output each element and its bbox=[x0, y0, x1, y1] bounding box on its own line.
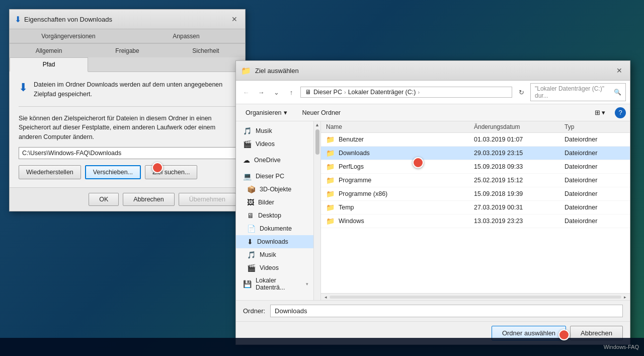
properties-title: Eigenschaften von Downloads bbox=[24, 16, 112, 23]
properties-tabs-row1: Vorgängerversionen Anpassen bbox=[10, 29, 245, 44]
col-name[interactable]: Name bbox=[326, 123, 474, 130]
folder-title-icon: 📁 bbox=[241, 66, 251, 76]
perflogs-folder-icon: 📁 bbox=[326, 163, 335, 171]
scroll-left-icon[interactable]: ◂ bbox=[323, 294, 329, 300]
sidebar-item-lokaler[interactable]: 💾 Lokaler Datenträ... ▾ bbox=[236, 274, 313, 294]
file-row-perflogs[interactable]: 📁 PerfLogs 15.09.2018 09:33 Dateiordner bbox=[321, 160, 630, 174]
help-button[interactable]: ? bbox=[615, 107, 626, 118]
file-row-windows[interactable]: 📁 Windows 13.03.2019 23:23 Dateiordner bbox=[321, 215, 630, 228]
organize-button[interactable]: Organisieren ▾ bbox=[240, 106, 293, 119]
file-row-benutzer[interactable]: 📁 Benutzer 01.03.2019 01:07 Dateiordner bbox=[321, 133, 630, 147]
tab-vorgaenger[interactable]: Vorgängerversionen bbox=[10, 29, 127, 43]
nav-forward-button[interactable]: → bbox=[255, 86, 267, 98]
move-button[interactable]: Verschieben... bbox=[85, 165, 141, 179]
sidebar-item-videos2[interactable]: 🎬 Videos bbox=[236, 261, 313, 274]
properties-close-button[interactable]: ✕ bbox=[229, 14, 240, 25]
restore-button[interactable]: Wiederherstellen bbox=[19, 165, 81, 179]
downloads-name: Downloads bbox=[339, 150, 370, 157]
breadcrumb[interactable]: 🖥 Dieser PC › Lokaler Datenträger (C:) › bbox=[300, 87, 512, 98]
musik1-icon: 🎵 bbox=[243, 127, 252, 135]
breadcrumb-sep2: › bbox=[418, 89, 420, 95]
programme-x86-date: 15.09.2018 19:39 bbox=[474, 190, 565, 197]
sidebar-label-bilder: Bilder bbox=[258, 199, 274, 206]
col-date[interactable]: Änderungsdatum bbox=[474, 123, 565, 130]
tab-allgemein[interactable]: Allgemein bbox=[10, 44, 88, 57]
windows-date: 13.03.2019 23:23 bbox=[474, 218, 565, 225]
new-folder-button[interactable]: Neuer Ordner bbox=[297, 107, 346, 119]
benutzer-date: 01.03.2019 01:07 bbox=[474, 136, 565, 143]
breadcrumb-pc: Dieser PC bbox=[313, 89, 342, 96]
apply-button[interactable]: Übernehmen bbox=[179, 193, 236, 206]
properties-footer: OK Abbrechen Übernehmen bbox=[10, 187, 245, 211]
nav-up-button[interactable]: ↑ bbox=[285, 86, 297, 98]
folder-main: Name Änderungsdatum Typ 📁 Benutzer 01.03… bbox=[321, 121, 630, 300]
folder-close-button[interactable]: ✕ bbox=[614, 65, 625, 76]
nav-back-button[interactable]: ← bbox=[240, 86, 252, 98]
sidebar-item-musik2[interactable]: 🎵 Musik bbox=[236, 248, 313, 261]
programme-x86-name: Programme (x86) bbox=[339, 190, 387, 197]
ok-button[interactable]: OK bbox=[89, 193, 119, 206]
view-button[interactable]: ⊞ ▾ bbox=[589, 106, 611, 119]
properties-titlebar: ⬇ Eigenschaften von Downloads ✕ bbox=[10, 10, 245, 29]
organize-chevron: ▾ bbox=[284, 109, 287, 116]
3d-icon: 📦 bbox=[247, 185, 256, 193]
properties-tabs-row2: Allgemein Freigabe Sicherheit Pfad bbox=[10, 44, 245, 72]
new-folder-label: Neuer Ordner bbox=[302, 109, 341, 116]
windows-name: Windows bbox=[339, 218, 364, 225]
programme-x86-type: Dateiordner bbox=[565, 190, 625, 197]
temp-type: Dateiordner bbox=[565, 204, 625, 211]
tab-pfad[interactable]: Pfad bbox=[10, 57, 88, 72]
nav-dropdown-button[interactable]: ⌄ bbox=[270, 86, 282, 98]
tab-sicherheit[interactable]: Sicherheit bbox=[167, 44, 245, 57]
downloads-folder-icon: 📁 bbox=[326, 149, 335, 157]
file-row-downloads[interactable]: 📁 Downloads 29.03.2019 23:15 Dateiordner bbox=[321, 147, 630, 160]
sidebar-item-onedrive[interactable]: ☁ OneDrive bbox=[236, 154, 313, 167]
lokaler-icon: 💾 bbox=[243, 280, 252, 288]
perflogs-date: 15.09.2018 09:33 bbox=[474, 163, 565, 170]
nav-refresh-button[interactable]: ↻ bbox=[515, 86, 527, 98]
file-row-programme-x86[interactable]: 📁 Programme (x86) 15.09.2018 19:39 Datei… bbox=[321, 187, 630, 201]
cancel-button[interactable]: Abbrechen bbox=[123, 193, 174, 206]
sidebar-item-downloads[interactable]: ⬇ Downloads bbox=[236, 235, 313, 248]
scroll-right-icon[interactable]: ▸ bbox=[622, 294, 628, 300]
sidebar-label-downloads: Downloads bbox=[257, 238, 288, 245]
col-type[interactable]: Typ bbox=[565, 123, 625, 130]
folder-footer: Ordner: bbox=[236, 300, 630, 321]
sidebar-item-3d[interactable]: 📦 3D-Objekte bbox=[236, 183, 313, 196]
organize-label: Organisieren bbox=[246, 109, 282, 116]
tab-freigabe[interactable]: Freigabe bbox=[88, 44, 167, 57]
search-placeholder: "Lokaler Datenträger (C:)" dur... bbox=[535, 85, 612, 99]
tab-anpassen[interactable]: Anpassen bbox=[127, 29, 245, 43]
info-row: ⬇ Dateien im Ordner Downloads werden auf… bbox=[19, 80, 236, 99]
search-icon: 🔍 bbox=[614, 89, 621, 96]
programme-type: Dateiordner bbox=[565, 177, 625, 184]
sidebar-item-bilder[interactable]: 🖼 Bilder bbox=[236, 196, 313, 209]
sidebar-label-videos2: Videos bbox=[260, 264, 279, 271]
sidebar-item-desktop[interactable]: 🖥 Desktop bbox=[236, 209, 313, 222]
folder-title-text: Ziel auswählen bbox=[255, 67, 299, 75]
folder-name-input[interactable] bbox=[270, 305, 623, 317]
sidebar-item-dokumente[interactable]: 📄 Dokumente bbox=[236, 222, 313, 235]
sidebar-label-lokaler: Lokaler Datenträ... bbox=[256, 277, 302, 291]
downloads-icon: ⬇ bbox=[247, 238, 253, 246]
sidebar-item-musik1[interactable]: 🎵 Musik bbox=[236, 124, 313, 137]
breadcrumb-icon: 🖥 bbox=[305, 89, 311, 96]
file-row-programme[interactable]: 📁 Programme 25.02.2019 15:12 Dateiordner bbox=[321, 174, 630, 187]
breadcrumb-drive: Lokaler Datenträger (C:) bbox=[348, 89, 416, 96]
file-row-temp[interactable]: 📁 Temp 27.03.2019 00:31 Dateiordner bbox=[321, 201, 630, 215]
videos2-icon: 🎬 bbox=[247, 264, 256, 272]
sidebar-item-videos1[interactable]: 🎬 Videos bbox=[236, 137, 313, 151]
sidebar-item-dieser-pc[interactable]: 💻 Dieser PC bbox=[236, 170, 313, 183]
find-button[interactable]: Ziel suchen... bbox=[145, 165, 197, 179]
temp-name: Temp bbox=[339, 204, 354, 211]
path-input[interactable] bbox=[19, 147, 236, 159]
action-buttons: Wiederherstellen Verschieben... Ziel suc… bbox=[19, 165, 236, 179]
videos1-icon: 🎬 bbox=[243, 140, 252, 148]
search-bar[interactable]: "Lokaler Datenträger (C:)" dur... 🔍 bbox=[530, 83, 626, 101]
folder-titlebar: 📁 Ziel auswählen ✕ bbox=[236, 61, 630, 81]
sidebar-label-3d: 3D-Objekte bbox=[260, 186, 291, 193]
horizontal-scrollbar[interactable]: ◂ ▸ bbox=[321, 293, 630, 300]
sidebar-scrollbar[interactable]: ▲ bbox=[314, 121, 321, 300]
path-description: Sie können den Zielspeicherort für Datei… bbox=[19, 114, 236, 142]
programme-date: 25.02.2019 15:12 bbox=[474, 177, 565, 184]
